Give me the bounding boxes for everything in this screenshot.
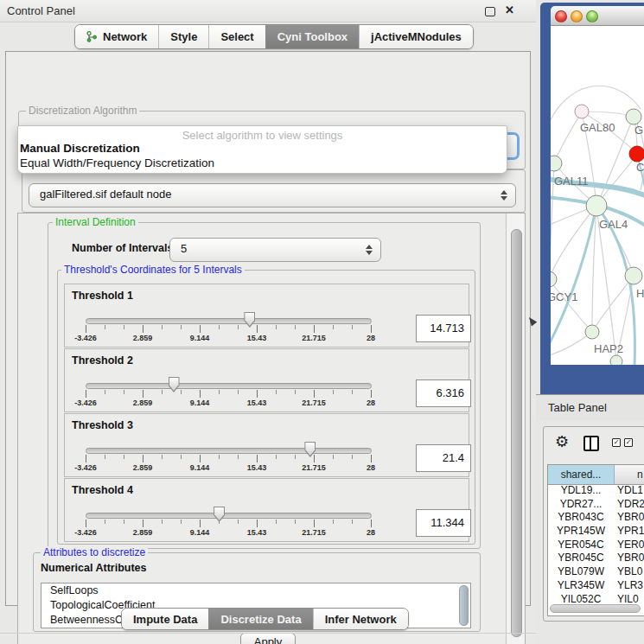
node-gal11[interactable] [551, 156, 562, 171]
minimize-traffic-light-icon[interactable] [571, 10, 583, 22]
table-row[interactable]: YBL079WYBL0 [548, 565, 644, 579]
threshold-2-slider-track[interactable] [86, 383, 372, 389]
threshold-4-panel: Threshold 4 -3.426 2.859 9.144 15.43 21.… [64, 478, 469, 542]
threshold-coordinates-group: Threshold's Coordinates for 5 Intervals … [57, 270, 475, 545]
threshold-3-value-field[interactable]: 21.4 [416, 444, 471, 472]
tab-network[interactable]: Network [75, 25, 158, 48]
cyni-bottom-tabs: Impute Data Discretize Data Infer Networ… [121, 608, 409, 630]
slider-ticks [86, 325, 372, 333]
list-item[interactable]: SelfLoops [41, 583, 470, 598]
threshold-1-value-field[interactable]: 14.713 [416, 315, 471, 342]
tick-label: 21.715 [302, 399, 326, 407]
checkbox-icon[interactable]: ✓ [612, 438, 621, 447]
cell[interactable]: YBR045C [548, 552, 614, 565]
checkbox-icon[interactable]: ✓ [624, 438, 633, 447]
tab-infer-network[interactable]: Infer Network [313, 609, 408, 629]
interval-definition-group: Interval Definition Number of Intervals … [48, 222, 481, 549]
table-row[interactable]: YBR043CYBR0 [548, 511, 644, 525]
tab-style[interactable]: Style [158, 25, 208, 48]
node[interactable] [610, 355, 622, 365]
algorithm-option-equal-width[interactable]: Equal Width/Frequency Discretization [20, 156, 214, 169]
combo-spinner-icon [501, 190, 507, 201]
node[interactable] [626, 109, 641, 124]
label-gal4: GAL4 [599, 218, 628, 231]
table-row[interactable]: YER054CYER0 [548, 539, 644, 552]
column-header-shared-name[interactable]: shared... [548, 465, 615, 484]
table-data-group: Table Data galFiltered.sif default node [22, 169, 526, 213]
threshold-2-panel: Threshold 2 -3.426 2.859 9.144 15.43 21.… [64, 348, 469, 412]
table-row[interactable]: YDR27...YDR2 [548, 498, 644, 512]
cell[interactable]: YBL079W [548, 565, 614, 579]
tab-cyni-toolbox[interactable]: Cyni Toolbox [265, 25, 359, 48]
column-layout-icon[interactable] [583, 436, 599, 451]
cell[interactable]: YBR0 [617, 511, 644, 525]
threshold-1-slider-track[interactable] [86, 318, 372, 324]
table-row[interactable]: YBR045CYBR0 [548, 552, 644, 565]
tab-cyni-toolbox-label: Cyni Toolbox [277, 30, 348, 43]
cell[interactable]: YDL19... [548, 484, 614, 498]
float-window-icon[interactable] [485, 7, 495, 16]
node-gcy1[interactable] [551, 271, 557, 287]
table-row[interactable]: YDL19...YDL1 [548, 484, 644, 498]
tick-label: 9.144 [190, 399, 210, 407]
table-data-combobox[interactable]: galFiltered.sif default node [29, 183, 516, 207]
cell[interactable]: YBR043C [548, 511, 614, 525]
divider [0, 633, 536, 634]
tab-select[interactable]: Select [208, 25, 265, 48]
list-scrollbar[interactable] [459, 585, 469, 626]
tick-label: -3.426 [74, 334, 97, 342]
algorithm-dropdown-popup: Select algorithm to view settings Manual… [17, 125, 507, 174]
cell[interactable]: YER0 [617, 539, 644, 552]
cyni-panel: Discretization Algorithm Table Data galF… [5, 51, 531, 606]
cell[interactable]: YER054C [548, 539, 614, 552]
column-header-name[interactable]: n [615, 465, 644, 484]
tick-label: 15.43 [247, 399, 267, 407]
threshold-2-value-field[interactable]: 6.316 [416, 379, 471, 407]
gear-icon[interactable]: ⚙ [555, 432, 569, 450]
network-nodes [551, 105, 644, 365]
node-selected-red[interactable] [629, 146, 644, 162]
cell[interactable]: YBL0 [617, 565, 644, 579]
algorithm-option-manual[interactable]: Manual Discretization [20, 142, 140, 155]
table-body: YDL19...YDL1 YDR27...YDR2 YBR043CYBR0 YP… [548, 484, 644, 606]
threshold-4-value-field[interactable]: 11.344 [416, 509, 471, 537]
scrollbar-thumb[interactable] [511, 229, 522, 637]
threshold-4-label: Threshold 4 [72, 484, 133, 496]
network-graph: GAL80 G C GAL11 GAL4 GCY1 H HAP2 [551, 26, 644, 365]
tab-jactivemnodules[interactable]: jActiveMNodules [359, 25, 473, 48]
table-data-value: galFiltered.sif default node [40, 184, 171, 205]
cell[interactable]: YDL1 [617, 484, 644, 498]
cell[interactable]: YLR3 [617, 579, 644, 593]
cell[interactable]: YBR0 [617, 552, 644, 565]
discretization-algorithm-title: Discretization Algorithm [26, 105, 139, 117]
number-of-intervals-combobox[interactable]: 5 [169, 238, 381, 262]
tick-label: 2.859 [133, 399, 153, 407]
tab-impute-data[interactable]: Impute Data [122, 609, 208, 629]
table-row[interactable]: YPR145WYPR1 [548, 525, 644, 539]
cell[interactable]: YPR145W [548, 525, 614, 539]
vertical-scrollbar[interactable] [506, 214, 525, 644]
tick-label: 15.43 [247, 334, 267, 342]
network-window-titlebar[interactable] [551, 6, 644, 26]
node-gal4[interactable] [586, 195, 607, 216]
cell[interactable]: YDR27... [548, 498, 614, 512]
cell[interactable]: YLR345W [548, 579, 614, 593]
tab-discretize-data-label: Discretize Data [220, 613, 301, 626]
cell[interactable]: YDR2 [617, 498, 644, 512]
cell[interactable]: YPR1 [617, 525, 644, 539]
control-panel-tabs: Network Style Select Cyni Toolbox jActiv… [74, 24, 474, 49]
threshold-4-slider-track[interactable] [86, 513, 372, 519]
node-h[interactable] [625, 267, 642, 284]
close-traffic-light-icon[interactable] [555, 10, 567, 22]
node-hap2[interactable] [585, 325, 599, 339]
tab-discretize-data[interactable]: Discretize Data [208, 609, 312, 629]
network-canvas[interactable]: GAL80 G C GAL11 GAL4 GCY1 H HAP2 [551, 26, 644, 365]
table-row[interactable]: YLR345WYLR3 [548, 579, 644, 593]
attributes-group-title: Attributes to discretize [41, 546, 148, 558]
threshold-3-slider-track[interactable] [86, 448, 372, 454]
zoom-traffic-light-icon[interactable] [586, 10, 598, 22]
apply-button[interactable]: Apply [240, 633, 296, 644]
horizontal-scrollbar[interactable] [550, 604, 641, 613]
node-gal80[interactable] [575, 105, 589, 118]
close-icon[interactable]: ✕ [505, 3, 514, 16]
